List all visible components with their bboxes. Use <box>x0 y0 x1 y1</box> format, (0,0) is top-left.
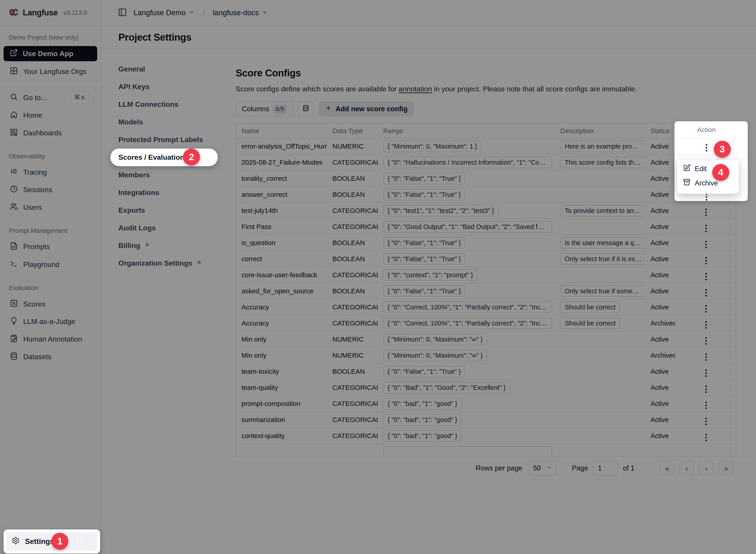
settings-nav-scores-evaluation[interactable]: Scores / Evaluation <box>110 149 218 166</box>
edit-icon <box>683 164 691 174</box>
step-badge-1: 1 <box>51 533 68 550</box>
row-actions-dropdown: Edit Archive <box>677 159 739 194</box>
tutorial-dim-overlay <box>0 0 756 554</box>
menu-item-archive[interactable]: Archive <box>679 176 736 190</box>
archive-icon <box>683 178 691 188</box>
step-badge-3: 3 <box>714 141 731 158</box>
col-header-action-highlight: Action <box>674 121 738 138</box>
divider <box>674 138 738 139</box>
gear-icon <box>12 537 20 546</box>
step-badge-2: 2 <box>183 149 200 166</box>
langfuse-app: Langfuse v3.113.0 Demo Project (view onl… <box>0 0 756 554</box>
settings-label: Settings <box>25 537 54 546</box>
step-badge-4: 4 <box>712 164 729 181</box>
